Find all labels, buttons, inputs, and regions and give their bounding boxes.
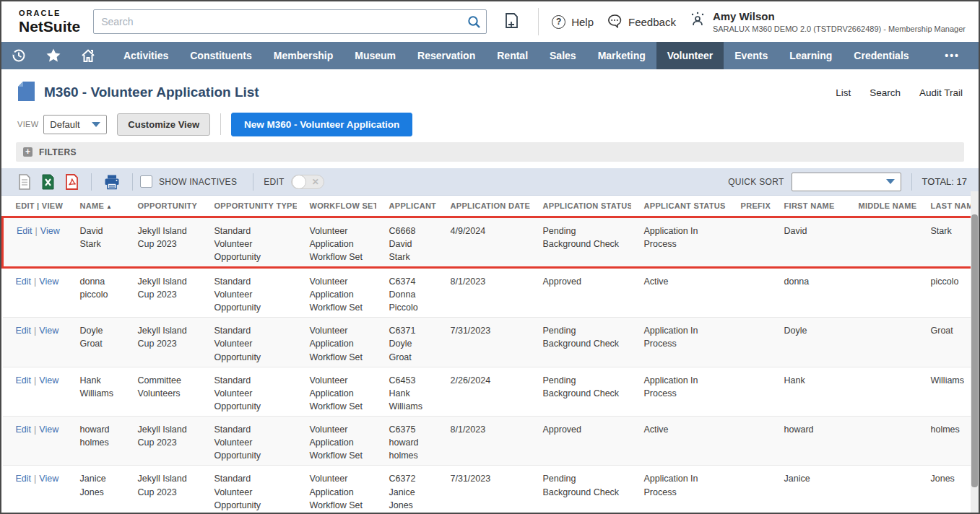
export-pdf-icon[interactable]: [65, 174, 79, 190]
print-icon[interactable]: [104, 174, 120, 190]
edit-link[interactable]: Edit: [16, 424, 32, 435]
view-link[interactable]: View: [39, 276, 58, 287]
controls-row: VIEW Default Customize View New M360 - V…: [1, 110, 979, 139]
cell-opportunity-type: Standard Volunteer Opportunity: [201, 417, 297, 466]
cell-applicant-status: Active: [631, 267, 728, 317]
table-header-row: EDIT | VIEWNAME▲OPPORTUNITYOPPORTUNITY T…: [3, 196, 978, 217]
netsuite-window: ORACLE NetSuite ? Help Feedback: [0, 0, 980, 514]
column-header-prefix[interactable]: PREFIX: [728, 196, 771, 217]
edit-toggle[interactable]: ✕: [291, 175, 324, 189]
create-new-icon[interactable]: [503, 12, 520, 31]
cell-middle-name: [846, 267, 918, 317]
cell-opportunity: Jekyll Island Cup 2023: [125, 466, 201, 514]
column-header-middle-name[interactable]: MIDDLE NAME: [846, 196, 918, 217]
list-toolbar: SHOW INACTIVES EDIT ✕ QUICK SORT TOTAL: …: [1, 168, 979, 196]
edit-link[interactable]: Edit: [17, 226, 32, 236]
nav-item-museum[interactable]: Museum: [344, 42, 407, 69]
nav-item-marketing[interactable]: Marketing: [587, 42, 656, 69]
application-list-table: EDIT | VIEWNAME▲OPPORTUNITYOPPORTUNITY T…: [1, 196, 979, 514]
cell-name: Janice Jones: [67, 466, 125, 514]
nav-item-learning[interactable]: Learning: [779, 42, 843, 69]
cell-middle-name: [846, 466, 918, 514]
column-header-opportunity-type[interactable]: OPPORTUNITY TYPE: [201, 196, 297, 217]
filters-bar[interactable]: + FILTERS: [16, 142, 964, 162]
user-menu[interactable]: Amy Wilson SARALUX M360 DEMO 2.0 (TSTDRV…: [689, 10, 966, 33]
recent-records-icon[interactable]: [1, 42, 36, 69]
cell-applicant: C6375 howard holmes: [376, 417, 438, 466]
filters-expand-icon[interactable]: +: [23, 147, 32, 157]
export-excel-icon[interactable]: [41, 174, 55, 190]
user-text: Amy Wilson SARALUX M360 DEMO 2.0 (TSTDRV…: [713, 10, 966, 33]
toolbar-divider: [132, 173, 133, 191]
cell-application-date: 7/31/2023: [438, 466, 530, 514]
search-icon[interactable]: [461, 15, 486, 29]
cell-prefix: [728, 367, 771, 416]
shortcuts-star-icon[interactable]: [36, 42, 71, 69]
view-link[interactable]: View: [39, 424, 58, 435]
cell-edit-view: Edit|View: [3, 217, 67, 267]
nav-item-credentials[interactable]: Credentials: [843, 42, 919, 69]
page-link-list[interactable]: List: [836, 87, 851, 98]
feedback-button[interactable]: Feedback: [607, 14, 676, 30]
cell-last-name: Groat: [918, 318, 978, 367]
cell-name: howard holmes: [67, 417, 125, 466]
table-row: Edit|ViewJanice JonesJekyll Island Cup 2…: [3, 466, 978, 514]
nav-item-volunteer[interactable]: Volunteer: [656, 42, 724, 69]
nav-item-membership[interactable]: Membership: [263, 42, 344, 69]
help-button[interactable]: ? Help: [552, 15, 594, 29]
edit-link[interactable]: Edit: [16, 276, 32, 287]
page-link-audit-trail[interactable]: Audit Trail: [919, 87, 963, 98]
cell-opportunity-type: Standard Volunteer Opportunity: [201, 318, 297, 367]
column-header-edit-view[interactable]: EDIT | VIEW: [3, 196, 67, 217]
nav-overflow-button[interactable]: •••: [926, 42, 979, 69]
cell-opportunity: Jekyll Island Cup 2023: [125, 318, 201, 367]
column-header-first-name[interactable]: FIRST NAME: [771, 196, 846, 217]
show-inactives-checkbox[interactable]: [140, 175, 152, 188]
cell-edit-view: Edit|View: [3, 417, 67, 466]
edit-link[interactable]: Edit: [16, 375, 32, 386]
toolbar-divider: [911, 173, 912, 191]
column-header-applicant[interactable]: APPLICANT: [376, 196, 438, 217]
cell-application-status: Pending Background Check: [530, 367, 631, 416]
export-csv-icon[interactable]: [18, 174, 31, 190]
nav-item-sales[interactable]: Sales: [539, 42, 587, 69]
new-application-button[interactable]: New M360 - Volunteer Application: [231, 113, 412, 136]
column-header-application-date[interactable]: APPLICATION DATE: [438, 196, 530, 217]
column-header-applicant-status[interactable]: APPLICANT STATUS: [631, 196, 728, 217]
edit-link[interactable]: Edit: [16, 326, 32, 336]
column-header-name[interactable]: NAME▲: [67, 196, 125, 217]
edit-link[interactable]: Edit: [16, 474, 32, 484]
home-icon[interactable]: [71, 42, 105, 69]
nav-item-events[interactable]: Events: [724, 42, 779, 69]
view-link[interactable]: View: [39, 474, 58, 484]
column-header-workflow-set[interactable]: WORKFLOW SET: [297, 196, 376, 217]
sort-asc-icon: ▲: [106, 204, 112, 210]
column-header-last-name[interactable]: LAST NAME: [918, 196, 978, 217]
vertical-scrollbar-track[interactable]: [971, 191, 979, 513]
nav-item-reservation[interactable]: Reservation: [407, 42, 486, 69]
vertical-scrollbar-thumb[interactable]: [971, 214, 978, 487]
view-select[interactable]: Default: [43, 115, 107, 134]
global-search[interactable]: [93, 9, 487, 34]
cell-workflow-set: Volunteer Application Workflow Set: [297, 318, 376, 367]
search-input[interactable]: [94, 16, 461, 27]
nav-item-rental[interactable]: Rental: [486, 42, 539, 69]
nav-item-activities[interactable]: Activities: [113, 42, 179, 69]
page-link-search[interactable]: Search: [870, 87, 901, 98]
netsuite-logo[interactable]: ORACLE NetSuite: [19, 9, 80, 34]
column-header-application-status[interactable]: APPLICATION STATUS: [530, 196, 631, 217]
link-separator: |: [34, 424, 36, 435]
main-navbar: ActivitiesConstituentsMembershipMuseumRe…: [1, 42, 979, 69]
quick-sort-select[interactable]: [792, 173, 901, 191]
customize-view-button[interactable]: Customize View: [117, 113, 210, 136]
cell-first-name: howard: [771, 417, 846, 466]
nav-item-constituents[interactable]: Constituents: [179, 42, 263, 69]
view-link[interactable]: View: [40, 226, 60, 236]
view-link[interactable]: View: [39, 326, 58, 336]
cell-middle-name: [846, 318, 918, 367]
view-link[interactable]: View: [39, 375, 58, 386]
column-header-opportunity[interactable]: OPPORTUNITY: [125, 196, 201, 217]
cell-name: David Stark: [67, 217, 125, 267]
brand-oracle: ORACLE: [19, 9, 80, 17]
cell-first-name: Hank: [771, 367, 846, 416]
